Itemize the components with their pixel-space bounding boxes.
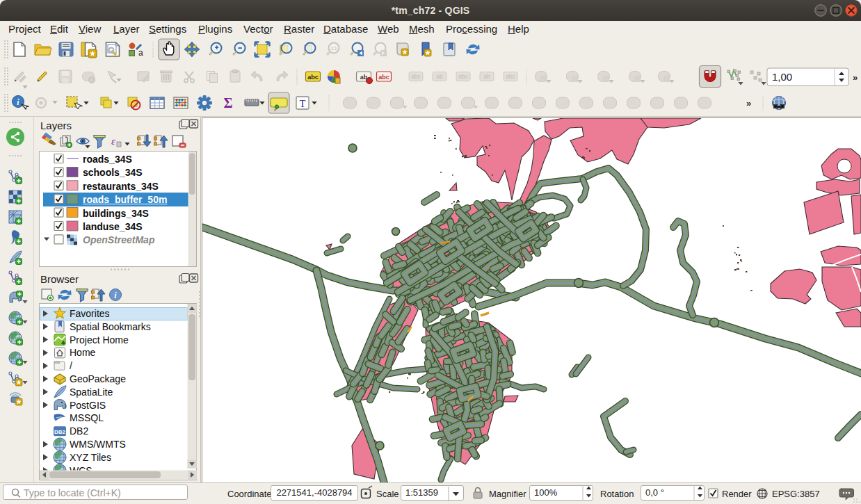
svg-text:»: » — [746, 98, 751, 108]
svg-text:abc: abc — [411, 73, 421, 80]
svg-text:a: a — [138, 48, 143, 58]
svg-text:abc: abc — [506, 73, 515, 80]
svg-text:T: T — [300, 99, 306, 109]
svg-text:DB2: DB2 — [54, 429, 66, 435]
svg-text:ab: ab — [483, 73, 490, 80]
svg-text:1,00: 1,00 — [772, 71, 792, 83]
svg-text:»: » — [853, 72, 858, 83]
svg-text:Σ: Σ — [223, 95, 232, 111]
svg-text:abc: abc — [458, 73, 468, 80]
svg-text:abc: abc — [307, 74, 319, 81]
svg-text:1:1: 1:1 — [330, 46, 337, 51]
svg-text:ab: ab — [436, 73, 443, 80]
svg-text:ε: ε — [111, 136, 115, 147]
svg-text:abc: abc — [378, 74, 389, 81]
